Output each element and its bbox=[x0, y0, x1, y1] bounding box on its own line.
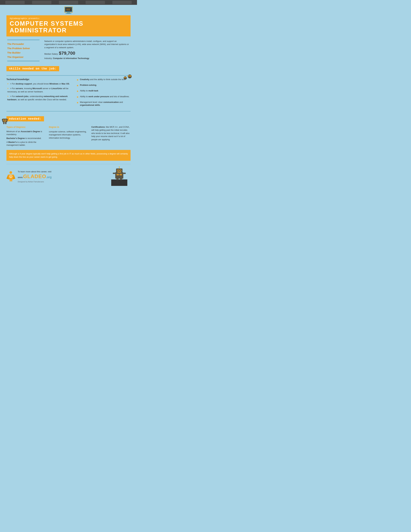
skills-left: Technical knowledge: > For desktop suppo… bbox=[6, 78, 72, 109]
svg-rect-2 bbox=[67, 12, 70, 13]
svg-rect-41 bbox=[120, 174, 122, 175]
computer-icon bbox=[64, 6, 73, 15]
svg-point-9 bbox=[130, 75, 131, 76]
star-icon: ★ bbox=[76, 101, 79, 106]
education-section: education needed: Types of Degrees: Mini… bbox=[6, 116, 131, 161]
salary-label: Median Salary: bbox=[44, 53, 58, 55]
industry-value: Computer & Information Technology bbox=[53, 57, 89, 59]
top-bar bbox=[0, 0, 137, 5]
management-text: Management level: clear communication an… bbox=[80, 101, 131, 106]
svg-point-10 bbox=[130, 77, 130, 77]
main-wrapper: #gladeographix presents: COMPUTER SYSTEM… bbox=[0, 15, 137, 191]
header-banner: #gladeographix presents: COMPUTER SYSTEM… bbox=[6, 15, 131, 37]
top-bar-segment bbox=[86, 1, 105, 4]
svg-point-12 bbox=[124, 77, 125, 78]
svg-rect-18 bbox=[2, 119, 3, 121]
url-suffix: .org bbox=[46, 176, 52, 179]
intro-right: Network or computer systems administrato… bbox=[44, 40, 130, 61]
skill-item-servers: > For servers, knowing Microsoft server … bbox=[6, 87, 72, 93]
industry-line: Industry: Computer & Information Technol… bbox=[44, 57, 130, 59]
svg-rect-3 bbox=[65, 13, 71, 14]
top-icon-area bbox=[0, 5, 137, 15]
svg-rect-19 bbox=[7, 119, 8, 121]
svg-rect-27 bbox=[11, 180, 12, 181]
footer-text: To learn more about this career, visit w… bbox=[18, 171, 52, 183]
svg-point-16 bbox=[5, 119, 6, 121]
gladeo-logo-text: GLADEO bbox=[23, 173, 46, 179]
edu-col-types: Types of Degrees: Minimum of an Associat… bbox=[6, 125, 46, 148]
url-prefix: www. bbox=[18, 176, 23, 179]
svg-rect-17 bbox=[4, 121, 6, 122]
learn-more-text: To learn more about this career, visit bbox=[18, 171, 52, 173]
svg-point-13 bbox=[125, 77, 126, 78]
edu-highlight-box: Although a 4 year degree typically won't… bbox=[6, 150, 131, 161]
svg-point-39 bbox=[119, 167, 120, 168]
svg-point-36 bbox=[120, 170, 121, 171]
svg-rect-42 bbox=[113, 173, 115, 174]
svg-rect-45 bbox=[120, 179, 122, 180]
svg-point-22 bbox=[9, 171, 12, 174]
top-bar-segment bbox=[32, 1, 51, 4]
star-icon: ★ bbox=[76, 84, 79, 87]
creativity-text: Creativity and the ability to think outs… bbox=[80, 78, 126, 82]
salary-amount: $79,700 bbox=[59, 51, 75, 56]
edu-note-associate: Minimum of an Associate's Degree is mand… bbox=[6, 130, 46, 136]
pressure-text: Ability to work under pressure and lots … bbox=[80, 95, 130, 99]
role-problem-solver: The Problem Solver bbox=[7, 46, 39, 50]
divider-bottom bbox=[6, 111, 131, 111]
edu-note-master: A Master's is a plus to climb the manage… bbox=[6, 141, 46, 147]
star-icon: ★ bbox=[76, 78, 79, 82]
top-bar-segment bbox=[112, 1, 132, 4]
skill-item-desktop: > For desktop support, you should know W… bbox=[6, 82, 72, 86]
skill-item-network: > For network jobs, understanding networ… bbox=[6, 95, 72, 101]
svg-point-7 bbox=[128, 75, 132, 78]
role-builder: The Builder bbox=[7, 50, 39, 55]
certifications-text: Certifications: like MCP, A+, and CCNA, … bbox=[91, 125, 131, 141]
svg-point-35 bbox=[118, 170, 119, 171]
star-icon: ★ bbox=[76, 89, 79, 93]
top-bar-segment bbox=[5, 1, 25, 4]
intro-description: Network or computer systems administrato… bbox=[44, 40, 130, 49]
intro-roles: The Persuader The Problem Solver The Bui… bbox=[7, 40, 39, 61]
svg-rect-21 bbox=[5, 122, 6, 124]
gladeo-mascot: G bbox=[6, 171, 15, 182]
gladeo-url: www.GLADEO.org bbox=[18, 173, 52, 180]
footer-left: G To learn more about this career, visit… bbox=[6, 171, 52, 183]
industry-label: Industry: bbox=[44, 57, 52, 59]
svg-rect-37 bbox=[117, 172, 121, 172]
skills-section: skills needed on the job: Technical know… bbox=[6, 66, 131, 111]
divider bbox=[6, 75, 131, 76]
edu-col-certs: Certifications: like MCP, A+, and CCNA, … bbox=[91, 125, 131, 148]
edu-col-degree: Degree in computer science, software eng… bbox=[49, 125, 88, 148]
svg-point-11 bbox=[124, 76, 127, 80]
skills-header: skills needed on the job: bbox=[6, 66, 59, 71]
edu-note-bachelor: Bachelor's Degree is recommended. bbox=[6, 137, 46, 140]
svg-point-8 bbox=[128, 75, 130, 76]
soft-skill-management: ★ Management level: clear communication … bbox=[76, 101, 131, 106]
intro-section: The Persuader The Problem Solver The Bui… bbox=[6, 40, 131, 61]
problem-solving-text: Problem-solving. bbox=[80, 84, 97, 87]
header-title: COMPUTER SYSTEMS ADMINISTRATOR bbox=[10, 20, 127, 34]
robot-decoration bbox=[122, 73, 133, 86]
edu-robot-left bbox=[2, 117, 8, 126]
education-header: education needed: bbox=[6, 116, 44, 121]
svg-text:G: G bbox=[10, 176, 11, 178]
skills-right: ★ Creativity and the ability to think ou… bbox=[76, 78, 131, 109]
svg-rect-40 bbox=[117, 174, 119, 175]
svg-rect-30 bbox=[111, 180, 127, 186]
svg-rect-44 bbox=[116, 179, 119, 180]
header-subtitle: #gladeographix presents: bbox=[10, 17, 127, 20]
top-bar-segment bbox=[59, 1, 78, 4]
star-icon: ★ bbox=[76, 95, 79, 99]
skills-content: Technical knowledge: > For desktop suppo… bbox=[6, 78, 131, 109]
technical-knowledge-title: Technical knowledge: bbox=[6, 78, 72, 81]
degree-fields: computer science, software engineering, … bbox=[49, 130, 88, 140]
svg-rect-20 bbox=[3, 122, 5, 124]
degree-title: Degree in bbox=[49, 125, 88, 129]
multitask-text: Ability to multi-task bbox=[80, 89, 98, 93]
salary-line: Median Salary: $79,700 bbox=[44, 51, 130, 56]
svg-point-15 bbox=[3, 119, 5, 121]
types-title: Types of Degrees: bbox=[6, 125, 46, 129]
svg-rect-43 bbox=[123, 173, 126, 174]
soft-skill-pressure: ★ Ability to work under pressure and lot… bbox=[76, 95, 131, 99]
